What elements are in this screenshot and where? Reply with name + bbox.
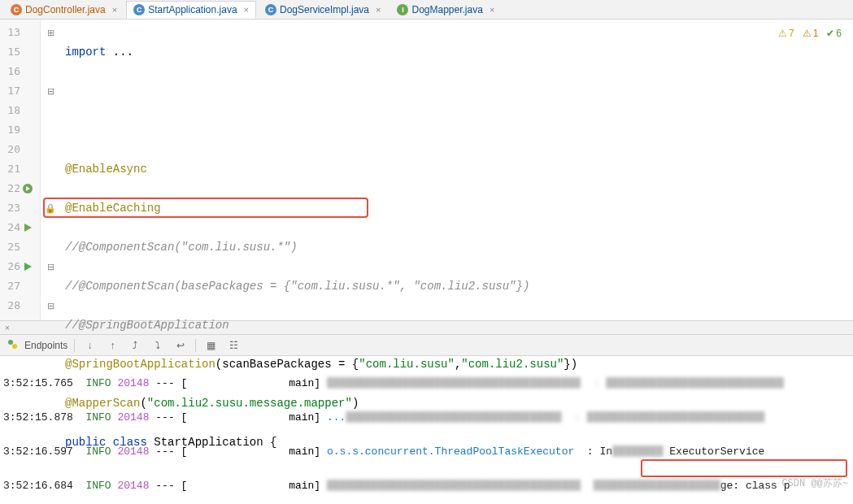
class-icon: C [11, 4, 22, 15]
tab-dogmapper[interactable]: I DogMapper.java × [390, 1, 502, 18]
line-number: 18 [0, 101, 20, 120]
line-number: 15 [0, 42, 20, 62]
svg-point-2 [12, 344, 17, 349]
endpoints-icon[interactable] [7, 338, 18, 352]
close-icon[interactable]: × [376, 5, 381, 15]
annotation: @EnableCaching [65, 202, 161, 215]
code-content[interactable]: import ... @EnableAsync @EnableCaching /… [60, 20, 853, 320]
fold-icon[interactable]: ⊟ [47, 262, 54, 272]
warning-badge[interactable]: ⚠7 [778, 28, 794, 39]
badge-count: 1 [813, 28, 819, 39]
run-method-icon[interactable] [20, 257, 35, 276]
tab-label: DogController.java [25, 4, 106, 15]
watermark: CSDN @@苏苏~ [781, 476, 848, 493]
log-line: 3:52:15.765 INFO 20148 --- [ main] █████… [3, 375, 850, 392]
comment: //@SpringBootApplication [65, 319, 229, 332]
line-number: 13 [0, 23, 20, 42]
log-line: 3:52:16.597 INFO 20148 --- [ main] o.s.s… [3, 443, 850, 460]
ok-badge[interactable]: ✔6 [826, 28, 842, 39]
line-number: 20 [0, 140, 20, 159]
line-number: 25 [0, 237, 20, 257]
line-number: 23 [0, 198, 20, 218]
tab-label: StartApplication.java [148, 4, 237, 15]
badge-count: 6 [836, 28, 842, 39]
comment: //@ComponentScan(basePackages = {"com.li… [65, 280, 529, 293]
run-class-icon[interactable] [20, 218, 35, 237]
svg-point-1 [8, 340, 13, 345]
highlight-started [641, 459, 847, 477]
error-badge[interactable]: ⚠1 [803, 28, 819, 39]
tab-label: DogServiceImpl.java [280, 4, 369, 15]
code-text: ... [106, 46, 133, 59]
keyword: import [65, 46, 106, 59]
close-icon[interactable]: × [112, 5, 117, 15]
annotation: @EnableAsync [65, 163, 147, 176]
fold-icon[interactable]: ⊞ [47, 28, 54, 38]
fold-gutter: ⊞ ⊟ 🔒 ⊟ ⊟ [41, 20, 60, 320]
fold-icon[interactable]: ⊟ [47, 86, 54, 97]
run-console[interactable]: 3:52:15.765 INFO 20148 --- [ main] █████… [0, 356, 853, 504]
endpoints-label[interactable]: Endpoints [24, 340, 67, 351]
log-line: 3:52:16.684 INFO 20148 --- [ main] █████… [3, 477, 850, 494]
line-number: 16 [0, 62, 20, 81]
interface-icon: I [397, 4, 408, 15]
line-number: 19 [0, 120, 20, 140]
tab-startapplication[interactable]: C StartApplication.java × [126, 1, 256, 19]
inspection-badges[interactable]: ⚠7 ⚠1 ✔6 [778, 28, 842, 39]
tab-label: DogMapper.java [411, 4, 482, 15]
spring-run-icon[interactable] [20, 179, 35, 198]
lock-icon: 🔒 [45, 203, 56, 214]
line-number: 17 [0, 81, 20, 101]
tab-dogcontroller[interactable]: C DogController.java × [3, 1, 124, 18]
fold-icon[interactable]: ⊟ [47, 301, 54, 311]
close-icon[interactable]: × [244, 5, 249, 15]
line-number: 22 [0, 179, 20, 198]
code-editor[interactable]: 13 15 16 17 18 19 20 21 22 23 24 25 26 2… [0, 20, 853, 320]
comment: //@ComponentScan("com.liu.susu.*") [65, 241, 298, 254]
class-icon: C [265, 4, 276, 15]
line-number: 28 [0, 296, 20, 315]
line-number: 21 [0, 159, 20, 179]
log-line: 3:52:15.878 INFO 20148 --- [ main] ...██… [3, 409, 850, 426]
line-gutter: 13 15 16 17 18 19 20 21 22 23 24 25 26 2… [0, 20, 41, 320]
tab-dogserviceimpl[interactable]: C DogServiceImpl.java × [258, 1, 388, 18]
editor-tabs: C DogController.java × C StartApplicatio… [0, 0, 853, 20]
class-icon: C [133, 4, 145, 15]
close-icon[interactable]: × [490, 5, 494, 15]
line-number: 27 [0, 276, 20, 296]
line-number: 26 [0, 257, 20, 276]
line-number: 24 [0, 218, 20, 237]
badge-count: 7 [789, 28, 794, 39]
